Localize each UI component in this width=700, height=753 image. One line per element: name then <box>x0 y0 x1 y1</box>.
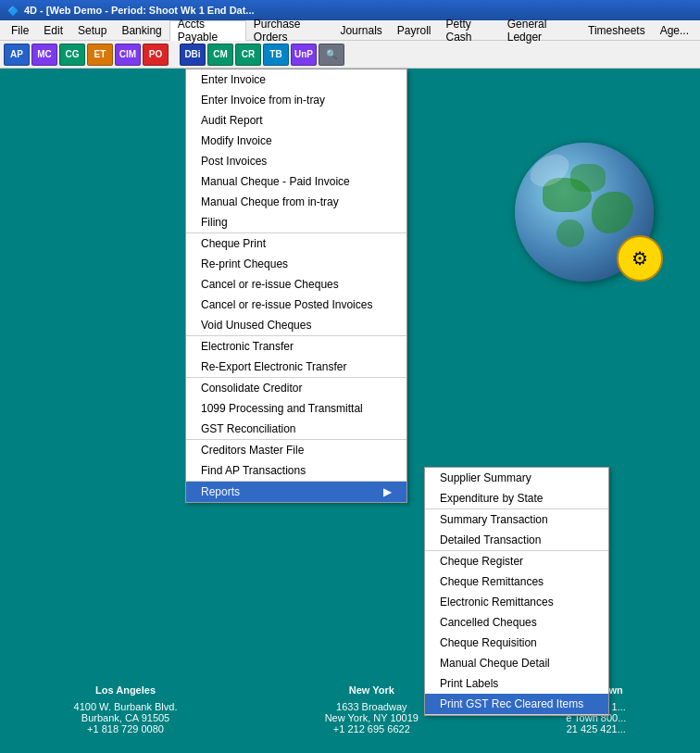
ap-section-6: Reports ▶ <box>186 482 406 502</box>
menu-manual-cheque-intray[interactable]: Manual Cheque from in-tray <box>186 192 406 212</box>
menu-creditors-master-file[interactable]: Creditors Master File <box>186 440 406 460</box>
menu-find-ap-transactions[interactable]: Find AP Transactions <box>186 460 406 481</box>
menu-post-invoices[interactable]: Post Invoices <box>186 151 406 171</box>
menu-filing[interactable]: Filing <box>186 212 406 232</box>
menu-1099-processing[interactable]: 1099 Processing and Transmittal <box>186 398 406 419</box>
menu-enter-invoice-intray[interactable]: Enter Invoice from in-tray <box>186 90 406 110</box>
menu-age[interactable]: Age... <box>653 20 696 41</box>
footer-la-citystate: Burbank, CA 91505 <box>74 712 178 723</box>
reports-arrow: ▶ <box>383 485 392 498</box>
menu-gst-reconciliation[interactable]: GST Reconciliation <box>186 419 406 439</box>
toolbar-ap[interactable]: AP <box>4 44 30 66</box>
toolbar-tb[interactable]: TB <box>263 44 289 66</box>
menu-void-unused-cheques[interactable]: Void Unused Cheques <box>186 315 406 335</box>
footer-ct-phone: 21 425 421... <box>566 723 626 734</box>
app-icon: 🔷 <box>7 6 19 16</box>
title-text: 4D - [Web Demo - Period: Shoot Wk 1 End … <box>24 5 255 16</box>
submenu-print-labels[interactable]: Print Labels <box>425 673 608 694</box>
menu-bar: File Edit Setup Banking Accts Payable Pu… <box>0 20 700 41</box>
submenu-expenditure-by-state[interactable]: Expenditure by State <box>425 488 608 508</box>
ap-section-3: Electronic Transfer Re-Export Electronic… <box>186 336 406 378</box>
toolbar-et[interactable]: ET <box>87 44 113 66</box>
toolbar-po[interactable]: PO <box>143 44 169 66</box>
menu-reports[interactable]: Reports ▶ <box>186 482 406 502</box>
menu-timesheets[interactable]: Timesheets <box>581 20 653 41</box>
footer-la-address: 4100 W. Burbank Blvd. <box>74 701 178 712</box>
menu-cancel-reissue-cheques[interactable]: Cancel or re-issue Cheques <box>186 274 406 295</box>
toolbar-cim[interactable]: CIM <box>115 44 141 66</box>
submenu-summary-transaction[interactable]: Summary Transaction <box>425 509 608 530</box>
menu-audit-report[interactable]: Audit Report <box>186 110 406 131</box>
globe-decoration: ⚙ <box>515 143 663 291</box>
toolbar-cr[interactable]: CR <box>235 44 261 66</box>
menu-cancel-reissue-posted[interactable]: Cancel or re-issue Posted Invoices <box>186 295 406 315</box>
footer-la-phone: +1 818 729 0080 <box>74 723 178 734</box>
footer-la-city: Los Angeles <box>74 684 178 696</box>
reports-section-2: Summary Transaction Detailed Transaction <box>425 509 608 551</box>
footer-ny-city: New York <box>325 684 419 696</box>
menu-consolidate-creditor[interactable]: Consolidate Creditor <box>186 378 406 398</box>
menu-manual-cheque-paid[interactable]: Manual Cheque - Paid Invoice <box>186 171 406 192</box>
menu-reexport-electronic[interactable]: Re-Export Electronic Transfer <box>186 357 406 377</box>
toolbar-dbi[interactable]: DBi <box>180 44 206 66</box>
myob-badge: ⚙ <box>617 235 663 282</box>
submenu-cancelled-cheques[interactable]: Cancelled Cheques <box>425 612 608 633</box>
toolbar-cg[interactable]: CG <box>59 44 85 66</box>
menu-modify-invoice[interactable]: Modify Invoice <box>186 131 406 151</box>
ap-section-1: Enter Invoice Enter Invoice from in-tray… <box>186 69 406 233</box>
menu-journals[interactable]: Journals <box>332 20 389 41</box>
submenu-print-gst-rec[interactable]: Print GST Rec Cleared Items <box>425 694 608 714</box>
toolbar: AP MC CG ET CIM PO DBi CM CR TB UnP 🔍 <box>0 41 700 69</box>
submenu-manual-cheque-detail[interactable]: Manual Cheque Detail <box>425 653 608 673</box>
submenu-supplier-summary[interactable]: Supplier Summary <box>425 468 608 488</box>
ap-section-4: Consolidate Creditor 1099 Processing and… <box>186 378 406 440</box>
menu-electronic-transfer[interactable]: Electronic Transfer <box>186 336 406 357</box>
menu-general-ledger[interactable]: General Ledger <box>500 20 581 41</box>
title-bar: 🔷 4D - [Web Demo - Period: Shoot Wk 1 En… <box>0 0 700 20</box>
footer-los-angeles: Los Angeles 4100 W. Burbank Blvd. Burban… <box>74 684 178 734</box>
main-content: ⚙ Enter Invoice Enter Invoice from in-tr… <box>0 69 700 753</box>
reports-section-3: Cheque Register Cheque Remittances Elect… <box>425 551 608 715</box>
submenu-cheque-requisition[interactable]: Cheque Requisition <box>425 633 608 653</box>
submenu-detailed-transaction[interactable]: Detailed Transaction <box>425 530 608 550</box>
submenu-cheque-register[interactable]: Cheque Register <box>425 551 608 571</box>
footer-ny-address: 1633 Broadway <box>325 701 419 712</box>
menu-payroll[interactable]: Payroll <box>390 20 439 41</box>
menu-enter-invoice[interactable]: Enter Invoice <box>186 69 406 90</box>
menu-setup[interactable]: Setup <box>70 20 114 41</box>
menu-banking[interactable]: Banking <box>114 20 169 41</box>
submenu-cheque-remittances[interactable]: Cheque Remittances <box>425 571 608 592</box>
toolbar-mc[interactable]: MC <box>31 44 57 66</box>
accts-payable-dropdown: Enter Invoice Enter Invoice from in-tray… <box>185 69 407 503</box>
menu-accts-payable[interactable]: Accts Payable <box>169 20 246 41</box>
menu-reprint-cheques[interactable]: Re-print Cheques <box>186 254 406 274</box>
menu-petty-cash[interactable]: Petty Cash <box>438 20 499 41</box>
footer-new-york: New York 1633 Broadway New York, NY 1001… <box>325 684 419 734</box>
toolbar-search[interactable]: 🔍 <box>319 44 344 66</box>
submenu-electronic-remittances[interactable]: Electronic Remittances <box>425 592 608 612</box>
menu-purchase-orders[interactable]: Purchase Orders <box>246 20 333 41</box>
menu-cheque-print[interactable]: Cheque Print <box>186 233 406 254</box>
menu-file[interactable]: File <box>4 20 36 41</box>
ap-section-5: Creditors Master File Find AP Transactio… <box>186 440 406 482</box>
toolbar-unp[interactable]: UnP <box>291 44 317 66</box>
reports-section-1: Supplier Summary Expenditure by State <box>425 468 608 509</box>
footer-ny-citystate: New York, NY 10019 <box>325 712 419 723</box>
menu-edit[interactable]: Edit <box>36 20 70 41</box>
reports-submenu: Supplier Summary Expenditure by State Su… <box>424 467 609 716</box>
footer-ny-phone: +1 212 695 6622 <box>325 723 419 734</box>
toolbar-cm[interactable]: CM <box>207 44 233 66</box>
ap-section-2: Cheque Print Re-print Cheques Cancel or … <box>186 233 406 336</box>
